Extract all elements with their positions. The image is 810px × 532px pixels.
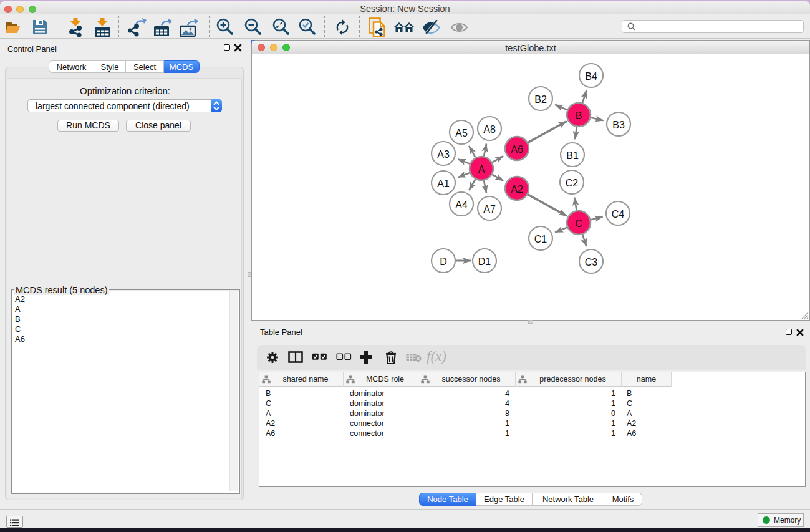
svg-text:C4: C4 <box>612 209 625 220</box>
svg-text:C1: C1 <box>534 234 547 244</box>
svg-text:D: D <box>440 256 447 267</box>
svg-text:B4: B4 <box>585 71 597 82</box>
svg-text:A7: A7 <box>483 204 496 215</box>
svg-text:C: C <box>575 218 582 229</box>
svg-text:C2: C2 <box>566 178 579 188</box>
svg-text:B: B <box>576 110 582 121</box>
svg-text:A1: A1 <box>437 178 450 189</box>
svg-text:A4: A4 <box>455 200 468 210</box>
svg-text:A5: A5 <box>455 128 468 138</box>
svg-text:A8: A8 <box>483 124 496 135</box>
svg-text:A2: A2 <box>511 184 523 195</box>
svg-text:A3: A3 <box>437 149 450 160</box>
svg-text:B1: B1 <box>566 150 579 161</box>
svg-text:D1: D1 <box>478 256 491 267</box>
svg-text:A6: A6 <box>511 144 523 155</box>
svg-text:A: A <box>478 164 485 175</box>
svg-text:C3: C3 <box>585 257 598 268</box>
svg-text:B3: B3 <box>612 120 625 130</box>
svg-text:B2: B2 <box>534 94 547 105</box>
